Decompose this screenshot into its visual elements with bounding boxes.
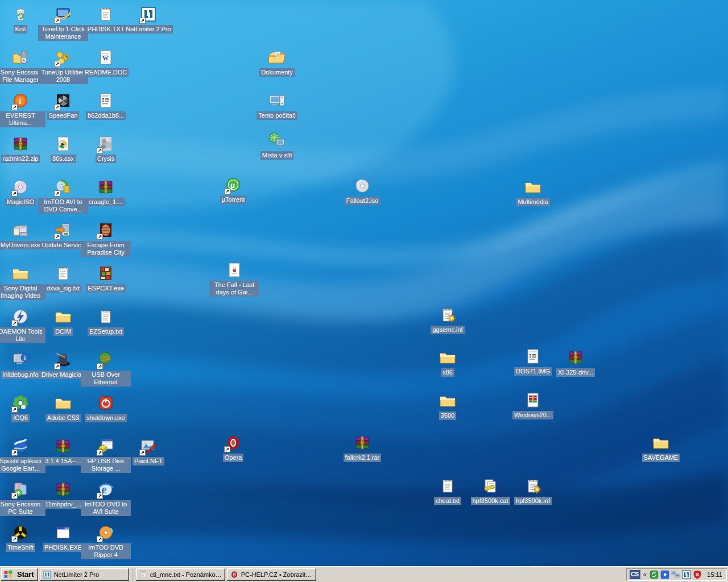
usb-ethernet-icon: ↗ [96,350,115,369]
speedfan-icon: ↗ [53,91,73,110]
desktop-icon-fallcrk2-1-rar[interactable]: fallcrk2.1.rar [337,433,388,462]
tuneup-tray-icon[interactable] [650,570,659,579]
opera-icon [230,570,239,579]
desktop-icon-3500[interactable]: 3500 [422,391,473,420]
update-service-icon: ↗ [53,221,73,240]
desktop-icon-shutdown-exe[interactable]: shutdown.exe [80,393,131,422]
winrar-icon [353,433,372,452]
desktop-icon-escape-from-paradise-city[interactable]: ↗Escape From Paradise City [80,221,131,257]
desktop-icon-espcxt-exe[interactable]: ESPCXT.exe [80,264,131,293]
desktop-icon-crysis[interactable]: ↗Crysis [80,134,131,163]
windows-flag-icon [3,569,15,580]
notepad-icon [53,264,73,283]
desktop-icon-readme-doc[interactable]: WREADME.DOC [80,48,131,77]
task-button-pc-help-cz-zobrazit-t[interactable]: PC-HELP.CZ • Zobrazit t... [227,568,316,581]
winrar-file-icon [523,390,543,410]
security-alert-tray-icon[interactable] [693,570,702,579]
folder-icon [438,348,457,367]
winrar-icon [566,348,585,367]
desktop-icon-label: Update Service [40,241,86,250]
desktop-icon-µtorrent[interactable]: µ↗µTorrent [208,175,259,204]
notepad-icon [96,5,115,24]
desktop-icon-label: The Fall - Last days of Gai... [209,281,259,297]
desktop-icon-label: Paint.NET [133,457,164,465]
drivers-box-icon [11,221,30,240]
shortcut-arrow-icon: ↗ [139,18,146,24]
desktop-icon-label: hpf3500k.inf [514,497,552,505]
desktop-icon-label: XI-325-driv... [556,368,595,377]
task-button-label: PC-HELP.CZ • Zobrazit t... [241,571,313,578]
desktop-icon-label: Driver Magician [40,371,86,379]
desktop-icon-x86[interactable]: x86 [422,348,473,377]
shortcut-arrow-icon: ↗ [11,104,18,110]
shortcut-arrow-icon: ↗ [11,320,18,326]
desktop[interactable]: Koš↗TuneUp 1-Click MaintenancePHDISK.TXT… [0,0,728,566]
documents-folder-icon [267,48,287,67]
chevron-collapse-icon[interactable]: « [642,571,648,579]
magician-hat-icon: ↗ [53,350,73,369]
desktop-icon-label: ImTOO DVD to AVI Suite [81,500,131,516]
desktop-icon-savegame[interactable]: SAVEGAME [635,433,686,462]
shortcut-arrow-icon: ↗ [97,450,103,456]
inf-file-icon [438,305,457,325]
desktop-icon-label: Dokumenty [259,68,295,77]
desktop-icon-label: Crysis [96,155,117,163]
shortcut-arrow-icon: ↗ [54,61,60,67]
desktop-icon-multim-dia[interactable]: Multimédia [507,177,559,206]
svg-text:i: i [19,97,22,106]
desktop-icon-windows20[interactable]: Windows20... [507,390,559,419]
imtoo-converter-icon: ↗ [53,177,73,197]
desktop-icon-xi-325-driv[interactable]: XI-325-driv... [550,348,601,377]
nfo-monitor-icon: i [11,350,30,369]
task-button-cti-mne-txt-pozn-mkov[interactable]: cti_mne.txt - Poznámkov... [136,568,225,581]
desktop-icon-label: USB Over Ethernet [81,371,131,386]
desktop-icon-label: MyDrivers.exe [0,241,42,250]
desktop-icon-b62dda1b8[interactable]: b62dda1b8... [80,91,131,120]
desktop-icon-netlimiter-2-pro[interactable]: ↗NetLimiter 2 Pro [123,5,174,34]
desktop-icon-usb-over-ethernet[interactable]: ↗USB Over Ethernet [80,350,131,386]
taskbar: Start NetLimiter 2 Procti_mne.txt - Pozn… [0,566,728,582]
task-button-netlimiter-2-pro[interactable]: NetLimiter 2 Pro [40,568,129,581]
desktop-icon-tento-po-ta[interactable]: Tento počítač [251,91,303,120]
disc-icon [353,176,372,196]
desktop-icon-paint-net[interactable]: ↗Paint.NET [123,436,174,465]
netlimiter-icon [43,570,52,579]
notepad-icon [96,307,115,326]
desktop-icon-opera[interactable]: ↗Opera [208,433,259,462]
shortcut-arrow-icon: ↗ [97,493,103,499]
phone-folder-icon [11,48,30,67]
shortcut-arrow-icon: ↗ [54,18,60,24]
shortcut-arrow-icon: ↗ [11,536,18,542]
desktop-icon-imtoo-dvd-to-avi-suite[interactable]: e↗ImTOO DVD to AVI Suite [80,480,131,516]
network-places-icon [267,131,287,150]
shortcut-arrow-icon: ↗ [139,450,146,456]
desktop-icon-imtoo-dvd-ripper-4[interactable]: ↗ImTOO DVD Ripper 4 [80,523,131,559]
desktop-icon-label: SAVEGAME [642,454,680,462]
taskbar-divider [132,569,133,580]
start-button[interactable]: Start [1,568,38,581]
desktop-icon-m-sta-v-s-ti[interactable]: Místa v síti [251,131,303,160]
desktop-icon-ezsetup-txt[interactable]: EZSetup.txt [80,307,131,336]
shortcut-arrow-icon: ↗ [11,493,18,499]
desktop-icon-label: 80s.asx [51,155,76,163]
desktop-icon-ggsemc-inf[interactable]: ggsemc.inf [422,305,473,334]
desktop-icon-the-fall-last-days-of-gai[interactable]: The Fall - Last days of Gai... [209,260,260,297]
desktop-icon-label: ESPCXT.exe [86,284,126,293]
network-tray-icon[interactable] [671,570,680,579]
desktop-icon-label: b62dda1b8... [86,111,126,120]
desktop-icon-dokumenty[interactable]: Dokumenty [251,48,303,77]
media-player-tray-icon[interactable] [660,570,669,579]
desktop-icon-hpf3500k-inf[interactable]: hpf3500k.inf [507,476,559,505]
taskbar-clock[interactable]: 15:11 [707,571,722,578]
desktop-icon-craagle-1[interactable]: craagle_1.... [80,177,131,206]
tuneup-hex-icon: ↗ [53,48,73,67]
desktop-icon-label: PHDISK.TXT [86,25,126,34]
desktop-icon-fallout2-iso[interactable]: Fallout2.iso [337,176,388,205]
shortcut-arrow-icon: ↗ [11,190,18,197]
netlimiter-tray-icon[interactable] [682,570,691,579]
folder-icon [651,433,671,452]
tuneup-monitor-icon: ↗ [53,5,73,24]
shortcut-arrow-icon: ↗ [54,190,60,197]
media-playlist-icon [53,134,73,153]
language-indicator[interactable]: CS [630,570,640,579]
